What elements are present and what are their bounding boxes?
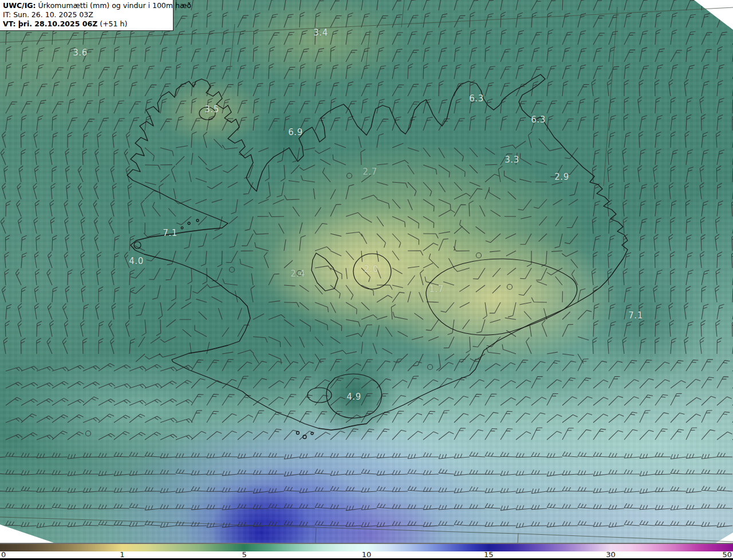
colorbar-labels: 01510153050 bbox=[0, 551, 733, 558]
model-id-label: UWC/IG: bbox=[3, 1, 36, 10]
calm-wind-icon bbox=[347, 173, 352, 179]
calm-wind-icon bbox=[230, 267, 235, 273]
colorbar-tick: 15 bbox=[484, 551, 494, 558]
map-overlay-svg bbox=[0, 0, 733, 543]
calm-wind-icon bbox=[86, 431, 91, 436]
colorbar-tick: 5 bbox=[242, 551, 246, 558]
map-canvas: 3.63.43.56.96.36.33.32.92.77.14.02.42.01… bbox=[0, 0, 733, 543]
wind-barbs-layer bbox=[0, 0, 733, 528]
weather-map-screen: 3.63.43.56.96.36.33.32.92.77.14.02.42.01… bbox=[0, 0, 733, 560]
colorbar-tick: 30 bbox=[606, 551, 616, 558]
map-corner-mask bbox=[0, 0, 733, 543]
calm-wind-icon bbox=[507, 285, 513, 290]
colorbar-tick: 0 bbox=[1, 551, 6, 558]
calm-wind-markers bbox=[86, 173, 513, 436]
valid-time-label: VT: þri. 28.10.2025 06Z bbox=[3, 19, 97, 28]
calm-wind-icon bbox=[476, 253, 482, 258]
forecast-info-panel: UWC/IG: Úrkomumætti (mm) og vindur i 100… bbox=[0, 0, 174, 31]
product-title: Úrkomumætti (mm) og vindur i 100m hæð bbox=[38, 1, 191, 10]
init-time-row: IT: Sun. 26. 10. 2025 03Z bbox=[3, 10, 170, 19]
colorbar-strip: 01510153050 bbox=[0, 543, 733, 560]
lead-time-label: (+51 h) bbox=[100, 19, 127, 28]
calm-wind-icon bbox=[297, 271, 302, 276]
colorbar-tick: 10 bbox=[362, 551, 372, 558]
graticule-lines bbox=[0, 0, 733, 543]
panel-title-row: UWC/IG: Úrkomumætti (mm) og vindur i 100… bbox=[3, 1, 170, 10]
valid-time-row: VT: þri. 28.10.2025 06Z (+51 h) bbox=[3, 19, 170, 29]
calm-wind-icon bbox=[428, 365, 433, 370]
colorbar-tick: 1 bbox=[120, 551, 124, 558]
colorbar-tick: 50 bbox=[722, 551, 732, 558]
